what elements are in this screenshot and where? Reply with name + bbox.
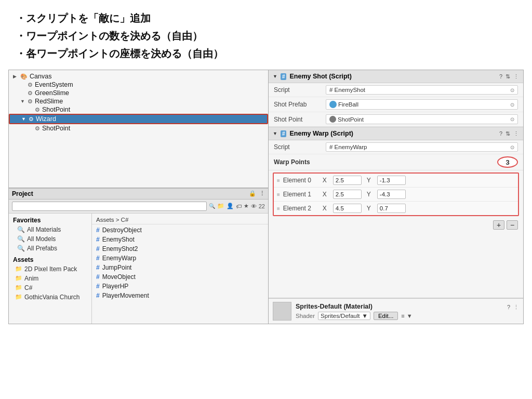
wizard-icon: ⚙ (29, 116, 34, 123)
folder-icon-pixel: 📁 (15, 265, 22, 272)
material-info: Sprites-Default (Material) Shader Sprite… (296, 303, 503, 320)
shader-label: Shader (296, 313, 315, 319)
warp-script-field[interactable]: # EnemyWarp ⊙ (326, 142, 518, 152)
asset-item-jumppoint[interactable]: # JumpPoint (92, 263, 268, 272)
warp-points-label: Warp Points (274, 158, 497, 166)
project-menu-icon: ⋮ (259, 190, 265, 197)
main-area: ▶ 🎨 Canvas ⚙ EventSystem ⚙ GreenSlime (8, 70, 524, 324)
script-select-btn[interactable]: ⊙ (510, 87, 514, 93)
material-title: Sprites-Default (Material) (296, 303, 503, 310)
canvas-arrow: ▶ (13, 74, 20, 79)
settings-icon[interactable]: ⇅ (506, 73, 510, 80)
enemy-warp-icons: ? ⇅ ⋮ (499, 130, 519, 137)
hierarchy-item-canvas[interactable]: ▶ 🎨 Canvas (9, 72, 268, 81)
shot-prefab-field[interactable]: FireBall ⊙ (326, 99, 518, 110)
hierarchy-item-wizard[interactable]: ▼ ⚙ Wizard (9, 114, 268, 124)
warp-menu-icon[interactable]: ⋮ (513, 130, 519, 137)
hierarchy-item-eventsystem[interactable]: ⚙ EventSystem (9, 81, 268, 89)
element-0-x-field[interactable]: 2.5 (333, 176, 362, 185)
element-1-x-field[interactable]: 2.5 (333, 190, 362, 199)
element-0-y-field[interactable]: -1.3 (377, 176, 406, 185)
fav-item-materials[interactable]: 🔍 All Materials (9, 225, 91, 234)
assets-item-gothic[interactable]: 📁 GothicVania Church (9, 292, 91, 302)
dropdown-icon[interactable]: ▼ (407, 313, 413, 319)
enemy-warp-title: Enemy Warp (Script) (289, 130, 496, 137)
wizard-shotpoint-label: ShotPoint (42, 125, 70, 132)
search-icon-materials: 🔍 (17, 226, 25, 233)
enemy-shot-title: Enemy Shot (Script) (289, 73, 496, 80)
enemy-shot-header[interactable]: ▼ # Enemy Shot (Script) ? ⇅ ⋮ (269, 70, 523, 83)
asset-item-destroyobject[interactable]: # DestroyObject (92, 225, 268, 235)
warp-help-icon[interactable]: ? (499, 130, 502, 137)
shot-point-row: Shot Point ShotPoint ⊙ (269, 112, 523, 127)
add-element-btn[interactable]: + (493, 220, 504, 230)
wizard-arrow: ▼ (21, 116, 29, 122)
eye-icon[interactable]: 👁 (251, 203, 257, 209)
search-input[interactable] (12, 202, 207, 211)
redslime-arrow: ▼ (20, 99, 28, 104)
warp-count-box[interactable]: 3 (497, 156, 518, 168)
element-2-x-field[interactable]: 4.5 (333, 204, 362, 213)
shader-dropdown[interactable]: Sprites/Default ▼ (318, 312, 370, 320)
project-sidebar: Favorites 🔍 All Materials 🔍 All Models 🔍… (9, 214, 92, 324)
lock-icon: 🔒 (249, 190, 256, 197)
asset-item-playermovement[interactable]: # PlayerMovement (92, 291, 268, 300)
element-1-y-field[interactable]: -4.3 (377, 190, 406, 199)
list-icon[interactable]: ≡ (401, 313, 404, 319)
enemy-warp-hash: # (281, 130, 287, 137)
edit-button[interactable]: Edit... (374, 312, 398, 320)
add-folder-icon[interactable]: 📁 (217, 203, 224, 209)
inspector-panel: ▼ # Enemy Shot (Script) ? ⇅ ⋮ Script # E… (269, 70, 523, 324)
shot-prefab-label: Shot Prefab (274, 101, 326, 108)
script-value-field[interactable]: # EnemyShot ⊙ (326, 85, 518, 95)
hierarchy-item-redslime[interactable]: ▼ ⚙ RedSlime (9, 97, 268, 105)
warp-script-select-btn[interactable]: ⊙ (510, 144, 514, 150)
search-icon[interactable]: 🔍 (209, 203, 215, 209)
fav-item-prefabs[interactable]: 🔍 All Prefabs (9, 244, 91, 253)
add-asset-icon[interactable]: 👤 (227, 203, 234, 209)
fav-item-models[interactable]: 🔍 All Models (9, 234, 91, 244)
script-label: Script (274, 86, 326, 94)
greenslime-label: GreenSlime (35, 89, 69, 97)
enemy-warp-header[interactable]: ▼ # Enemy Warp (Script) ? ⇅ ⋮ (269, 127, 523, 140)
warp-count: 3 (506, 158, 509, 166)
warp-element-2: ≡ Element 2 X 4.5 Y 0.7 (274, 202, 518, 215)
mat-menu-icon[interactable]: ⋮ (513, 304, 519, 311)
prefab-select-btn[interactable]: ⊙ (510, 102, 514, 108)
hierarchy-item-greenslime[interactable]: ⚙ GreenSlime (9, 89, 268, 97)
canvas-label: Canvas (30, 73, 51, 80)
star-icon[interactable]: ★ (244, 203, 249, 209)
count-badge: 22 (259, 203, 265, 209)
asset-item-moveobject[interactable]: # MoveObject (92, 272, 268, 282)
filter-icon[interactable]: 🏷 (236, 203, 242, 209)
asset-item-enemyshot2[interactable]: # EnemyShot2 (92, 244, 268, 254)
project-search-bar: 🔍 📁 👤 🏷 ★ 👁 22 (9, 200, 268, 214)
assets-path: Assets > C# (92, 216, 268, 224)
enemy-shot-icons: ? ⇅ ⋮ (499, 73, 519, 80)
hierarchy-item-wizard-shotpoint[interactable]: ⚙ ShotPoint (9, 124, 268, 132)
element-1-y-label: Y (367, 191, 374, 198)
assets-item-csharp[interactable]: 📁 C# (9, 283, 91, 292)
folder-icon-csharp: 📁 (15, 284, 22, 291)
hierarchy-item-redslime-shotpoint[interactable]: ⚙ ShotPoint (9, 105, 268, 114)
asset-item-playerhp[interactable]: # PlayerHP (92, 282, 268, 291)
canvas-icon: 🎨 (20, 73, 28, 80)
asset-item-enemyshot[interactable]: # EnemyShot (92, 235, 268, 244)
warp-settings-icon[interactable]: ⇅ (506, 130, 510, 137)
element-2-y-field[interactable]: 0.7 (377, 204, 406, 213)
assets-item-pixel[interactable]: 📁 2D Pixel Item Pack (9, 264, 91, 274)
element-0-handle: ≡ (277, 178, 280, 183)
remove-element-btn[interactable]: − (507, 220, 518, 230)
shot-prefab-row: Shot Prefab FireBall ⊙ (269, 97, 523, 112)
element-2-handle: ≡ (277, 206, 280, 211)
eventsystem-label: EventSystem (35, 81, 73, 88)
menu-icon[interactable]: ⋮ (513, 73, 519, 80)
element-2-label: Element 2 (283, 205, 320, 212)
project-content: Favorites 🔍 All Materials 🔍 All Models 🔍… (9, 214, 268, 324)
assets-item-anim[interactable]: 📁 Anim (9, 274, 91, 283)
asset-item-enemywarp[interactable]: # EnemyWarp (92, 254, 268, 263)
shotpoint-select-btn[interactable]: ⊙ (510, 116, 514, 122)
help-icon[interactable]: ? (499, 73, 502, 80)
shot-point-field[interactable]: ShotPoint ⊙ (326, 114, 518, 124)
mat-help-icon[interactable]: ? (507, 304, 510, 311)
